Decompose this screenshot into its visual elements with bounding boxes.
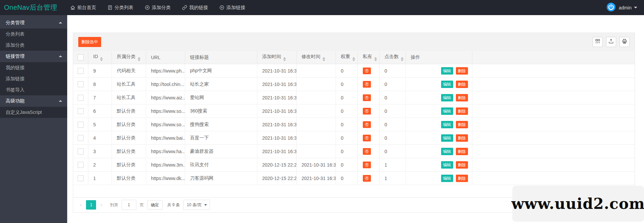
sort-icon[interactable]	[283, 57, 286, 61]
next-page-button[interactable]: ›	[99, 202, 104, 208]
edit-button[interactable]: 编辑	[441, 94, 453, 101]
confirm-page-button[interactable]: 确定	[147, 200, 163, 210]
cell-weight: 0	[336, 158, 357, 172]
nav-item-label: 添加分类	[152, 5, 171, 11]
nav-item-label: 前台首页	[77, 5, 96, 11]
cell-category: 默认分类	[112, 131, 146, 145]
sidebar-section-link-mgmt[interactable]: 链接管理	[0, 51, 67, 62]
cell-clicks: 0	[379, 91, 405, 104]
sort-icon[interactable]	[401, 57, 403, 61]
sort-icon[interactable]	[374, 57, 377, 61]
row-checkbox[interactable]	[78, 81, 84, 87]
section-label: 分类管理	[6, 20, 25, 26]
cell-added-time: 2021-10-31 16:38	[257, 64, 296, 78]
delete-button[interactable]: 删除	[456, 94, 468, 101]
sort-icon[interactable]	[100, 57, 103, 61]
cell-added-time: 2021-10-31 16:37	[257, 91, 296, 104]
columns-filter-button[interactable]	[593, 37, 603, 47]
cell-clicks: 0	[379, 118, 405, 131]
current-page-button[interactable]: 1	[86, 200, 96, 210]
top-navbar: OneNav后台管理 前台首页 分类列表 添加分类 我的链接 添加链接 admi…	[0, 0, 644, 15]
sort-icon[interactable]	[323, 57, 325, 61]
sidebar-section-category-mgmt[interactable]: 分类管理	[0, 17, 67, 29]
delete-selected-button[interactable]: 删除选中	[78, 37, 101, 47]
export-button[interactable]	[606, 37, 616, 47]
page-size-select[interactable]: 10 条/页	[183, 200, 210, 210]
edit-button[interactable]: 编辑	[441, 148, 453, 155]
chevron-up-icon	[59, 100, 62, 102]
nav-item-add-category[interactable]: 添加分类	[139, 0, 176, 15]
cell-added-time: 2021-10-31 16:34	[257, 145, 296, 158]
navbar-menu: 前台首页 分类列表 添加分类 我的链接 添加链接	[65, 0, 251, 15]
edit-button[interactable]: 编辑	[441, 161, 453, 169]
add-circle-icon	[145, 5, 150, 10]
cell-actions: 编辑删除	[405, 158, 472, 172]
cell-private: 否	[357, 78, 379, 91]
print-button[interactable]	[619, 37, 630, 47]
edit-button[interactable]: 编辑	[441, 81, 453, 88]
section-label: 链接管理	[6, 53, 25, 59]
row-checkbox-cell	[73, 91, 88, 104]
edit-button[interactable]: 编辑	[441, 121, 453, 128]
private-badge: 否	[363, 162, 371, 168]
row-filler-cell	[472, 118, 635, 131]
delete-button[interactable]: 删除	[456, 134, 468, 142]
sidebar-item-my-links[interactable]: 我的链接	[0, 62, 67, 73]
nav-item-add-link[interactable]: 添加链接	[214, 0, 251, 15]
sidebar-section-advanced[interactable]: 高级功能	[0, 95, 67, 107]
row-checkbox[interactable]	[78, 175, 84, 181]
row-checkbox[interactable]	[78, 162, 84, 168]
columns-icon	[595, 39, 600, 45]
row-checkbox[interactable]	[78, 135, 84, 141]
sidebar-item-add-category[interactable]: 添加分类	[0, 40, 67, 51]
edit-button[interactable]: 编辑	[441, 67, 453, 75]
row-checkbox[interactable]	[78, 122, 84, 128]
sidebar: 分类管理 分类列表 添加分类 链接管理 我的链接 添加链接 书签导入 高级功能 …	[0, 15, 67, 223]
row-checkbox[interactable]	[78, 108, 84, 114]
nav-item-my-links[interactable]: 我的链接	[176, 0, 214, 15]
edit-button[interactable]: 编辑	[441, 175, 453, 182]
cell-actions: 编辑删除	[405, 64, 472, 78]
cell-weight: 0	[336, 64, 357, 78]
delete-button[interactable]: 删除	[456, 81, 468, 88]
sidebar-item-add-link[interactable]: 添加链接	[0, 73, 67, 84]
sidebar-item-custom-javascript[interactable]: 自定义JavaScript	[0, 107, 67, 118]
delete-button[interactable]: 删除	[456, 67, 468, 75]
row-checkbox[interactable]	[78, 68, 84, 74]
row-checkbox[interactable]	[78, 95, 84, 101]
username: admin	[619, 5, 632, 10]
delete-button[interactable]: 删除	[456, 161, 468, 169]
table-tool-icons	[589, 37, 630, 47]
select-all-checkbox[interactable]	[78, 54, 84, 60]
cell-title: 刀客源码网	[185, 172, 257, 185]
sort-icon[interactable]	[352, 57, 355, 61]
cell-actions: 编辑删除	[405, 78, 472, 91]
edit-button[interactable]: 编辑	[441, 107, 453, 115]
table-header-row: ID 所属分类 URL 链接标题 添加时间 修改时间 权重 私有 点击数 操作	[73, 51, 635, 64]
delete-button[interactable]: 删除	[456, 107, 468, 115]
sidebar-item-bookmark-import[interactable]: 书签导入	[0, 84, 67, 95]
sort-icon[interactable]	[138, 57, 140, 61]
cell-url: https://www.dk...	[146, 172, 185, 185]
cell-url: https://www.3m...	[146, 158, 185, 172]
delete-button[interactable]: 删除	[456, 175, 468, 182]
doc-list-icon	[108, 5, 113, 10]
delete-button[interactable]: 删除	[456, 148, 468, 155]
table-row: 7 站长工具 https://www.aiz... 爱站网 2021-10-31…	[73, 91, 635, 104]
sidebar-item-category-list[interactable]: 分类列表	[0, 29, 67, 40]
cell-modified-time: 2021-10-31 16:33	[296, 158, 336, 172]
cell-clicks: 0	[379, 104, 405, 118]
edit-button[interactable]: 编辑	[441, 134, 453, 142]
delete-button[interactable]: 删除	[456, 121, 468, 128]
user-menu[interactable]: admin	[607, 3, 644, 12]
row-checkbox[interactable]	[78, 148, 84, 154]
nav-item-category-list[interactable]: 分类列表	[102, 0, 139, 15]
goto-page-input[interactable]	[122, 200, 136, 210]
cell-title: 百度一下	[185, 131, 257, 145]
private-badge: 否	[363, 94, 371, 101]
cell-id: 7	[88, 91, 112, 104]
cell-category: 默认分类	[112, 104, 146, 118]
cell-clicks: 0	[379, 78, 405, 91]
prev-page-button[interactable]: ‹	[78, 202, 83, 208]
nav-item-front-home[interactable]: 前台首页	[65, 0, 102, 15]
